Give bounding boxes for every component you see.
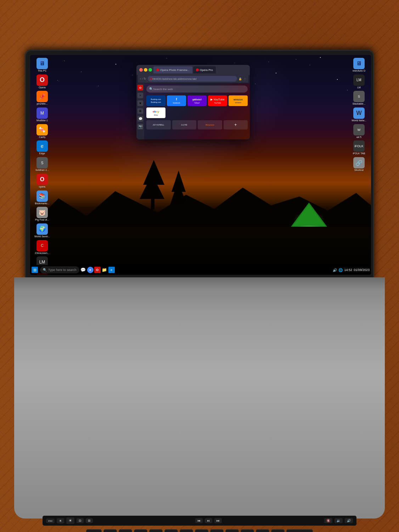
speeddial-facebook[interactable]: f facebook <box>167 95 186 106</box>
touch-bar[interactable]: esc ☀ ☀ ⊟ ⊞ ⏮ ⏯ ⏭ 🔇 🔉 🔊 <box>43 516 356 526</box>
browser-tab-opera-photo[interactable]: Opera Photo Framew... <box>153 66 192 73</box>
desktop-icon-opera[interactable]: O Opera <box>33 74 51 89</box>
opera-browser-window[interactable]: Opera Photo Framew... Opera Pro ‹ › <box>136 65 250 139</box>
windows-taskbar: ⊞ 🔍 Type here to search 💬 ● O 📁 e 🔊 <box>30 265 371 275</box>
taskbar-search-text: Type here to search <box>48 268 77 272</box>
booking-label: Booking.com <box>151 98 161 100</box>
touch-bar-next[interactable]: ⏭ <box>214 518 222 523</box>
desktop-icon-edge[interactable]: e Edge <box>33 140 51 155</box>
desktop-icon-pin2win[interactable]: 📌 pin2Win... <box>33 91 51 105</box>
key-6[interactable]: ^ 6 <box>180 529 193 532</box>
key-delete[interactable]: delete <box>286 529 313 532</box>
sidebar-icon-1[interactable]: + <box>137 93 143 98</box>
sidebar-icon-5[interactable]: 📷 <box>137 124 143 129</box>
taskbar-search[interactable]: 🔍 Type here to search <box>40 266 79 273</box>
add-icon: + <box>234 122 237 127</box>
desktop-icon-thispc[interactable]: 🖥 This PC <box>33 58 51 72</box>
browser-sidebar: O + ♥ ⊕ 💬 📷 <box>136 83 144 139</box>
menu-icon[interactable]: ⋮ <box>243 77 246 81</box>
browser-tabs: Opera Photo Framew... Opera Pro <box>153 66 247 73</box>
touch-bar-vol-up[interactable]: 🔊 <box>345 518 353 523</box>
touch-bar-vol-down[interactable]: 🔉 <box>335 518 343 523</box>
taskbar-date: 01/09/2023 <box>354 268 370 272</box>
browser-tab-active[interactable]: Opera Pro <box>193 66 216 73</box>
address-input[interactable]: O HtmlOS://add/new-tab-address/new-tab/ <box>148 76 237 82</box>
facebook-label: facebook <box>173 102 180 104</box>
desktop-icon-world-server[interactable]: 🌍 World Saver... <box>33 223 51 238</box>
desktop-icon-canfy[interactable]: 🍬 Canfy <box>33 124 51 139</box>
speeddial-yahoo[interactable]: yahoo! Yahoo! <box>187 95 207 106</box>
booking-sublabel: Booking.com <box>151 101 161 103</box>
url-text: HtmlOS://add/new-tab-address/new-tab/ <box>152 78 197 80</box>
sidebar-icon-2[interactable]: ♥ <box>137 100 143 106</box>
sidebar-icon-3[interactable]: ⊕ <box>137 108 143 114</box>
browser-search-bar[interactable]: 🔍 Search the web <box>146 85 248 93</box>
desktop-icon-worldnetw[interactable]: W World Netw... <box>350 107 368 122</box>
aliexpress-label: #Express <box>206 124 214 126</box>
taskbar-icon-2[interactable]: ● <box>87 267 94 273</box>
sidebar-opera-icon[interactable]: O <box>137 85 143 90</box>
touch-bar-mission[interactable]: ⊟ <box>77 518 84 523</box>
desktop-icon-modmar[interactable]: M ModMar-1 <box>33 107 51 122</box>
touch-bar-launchpad[interactable]: ⊞ <box>86 518 93 523</box>
key-3[interactable]: # 3 <box>134 529 147 532</box>
touch-bar-brightness-up[interactable]: ☀ <box>66 517 74 524</box>
speeddial-ebay[interactable]: ebay ebay <box>146 107 165 118</box>
key-5[interactable]: % 5 <box>164 529 178 532</box>
key-1[interactable]: ! 1 <box>103 529 117 532</box>
desktop-icon-bookmarks[interactable]: 📚 Bookmarks... <box>33 190 51 205</box>
desktop-icon-lm2[interactable]: LM LM <box>350 74 368 89</box>
key-8[interactable]: * 8 <box>210 529 224 532</box>
key-2[interactable]: @ 2 <box>119 529 132 532</box>
speeddial-aliexpress[interactable]: #Express <box>198 120 222 129</box>
speeddial-youtube[interactable]: ▶ YouTube YouTube <box>208 95 227 106</box>
desktop-icon-shortcut[interactable]: 🔗 Shortcut <box>350 157 368 172</box>
keyboard: ~ ` ! 1 @ 2 # 3 $ 4 <box>39 529 360 532</box>
windows-logo: ⊞ <box>33 268 36 272</box>
key-backtick[interactable]: ~ ` <box>86 529 102 532</box>
touch-bar-brightness-down[interactable]: ☀ <box>57 518 64 523</box>
desktop-icon-sominer[interactable]: S SoMiner-1... <box>33 157 51 172</box>
speeddial-add[interactable]: + <box>224 120 248 129</box>
speeddial-amazon[interactable]: amazon amazon <box>229 95 248 106</box>
key-0[interactable]: ) 0 <box>241 529 254 532</box>
taskbar-icon-5[interactable]: e <box>108 267 115 273</box>
laptop-screen[interactable]: 🖥 This PC O Opera 📌 pin2Win... M ModMar-… <box>30 55 371 275</box>
desktop-icon-wii5[interactable]: W wii 5 <box>350 124 368 139</box>
taskbar-icon-3[interactable]: O <box>94 267 101 273</box>
key-4[interactable]: $ 4 <box>149 529 163 532</box>
desktop-icon-stackable2[interactable]: S Stackable... <box>350 91 368 105</box>
forward-button[interactable]: › <box>142 77 143 81</box>
laptop-body: esc ☀ ☀ ⊟ ⊞ ⏮ ⏯ ⏭ 🔇 🔉 🔊 ~ ` ! <box>14 277 385 519</box>
touch-bar-prev[interactable]: ⏮ <box>195 518 203 523</box>
taskbar-icon-4[interactable]: 📁 <box>101 267 108 273</box>
youtube-label: YouTube <box>214 102 221 104</box>
sidebar-icon-4[interactable]: 💬 <box>137 116 143 122</box>
desktop-icon-chinezeam[interactable]: C Chinezeam... <box>33 240 51 255</box>
taskbar-network-icon: 🔊 <box>333 268 337 272</box>
desktop-icon-ifolktab[interactable]: iFOLK iFOLK TAB <box>350 140 368 155</box>
back-button[interactable]: ‹ <box>140 77 141 81</box>
close-button[interactable] <box>139 68 143 72</box>
maximize-button[interactable] <box>148 68 152 72</box>
desktop-icon-pigfoal[interactable]: 🐷 Pig Foal of... <box>33 207 51 221</box>
speeddial-2plus2[interactable]: 2+2 HD <box>172 120 197 129</box>
touch-bar-play[interactable]: ⏯ <box>205 518 212 523</box>
taskbar-icon-1[interactable]: 💬 <box>80 267 86 273</box>
browser-window-controls <box>139 68 152 72</box>
speeddial-jcf[interactable]: JCF FUTBALL <box>146 120 171 129</box>
key-7[interactable]: & 7 <box>195 529 208 532</box>
touch-bar-esc[interactable]: esc <box>46 519 55 523</box>
minimize-button[interactable] <box>144 68 147 72</box>
key-equals[interactable]: + = <box>271 529 285 532</box>
desktop-icon-opera2[interactable]: O opera <box>33 174 51 188</box>
pine-trees <box>133 156 203 213</box>
desktop-icon-interactiv[interactable]: 🖥 InterActiv D <box>350 58 368 72</box>
key-9[interactable]: ( 9 <box>225 529 239 532</box>
taskbar-search-icon: 🔍 <box>43 268 47 272</box>
windows-start-button[interactable]: ⊞ <box>32 267 38 273</box>
key-minus[interactable]: _ - <box>256 529 269 532</box>
touch-bar-mute[interactable]: 🔇 <box>324 518 332 523</box>
speeddial-booking[interactable]: Booking.com Booking.com <box>146 95 165 106</box>
refresh-button[interactable]: ↻ <box>144 77 146 81</box>
